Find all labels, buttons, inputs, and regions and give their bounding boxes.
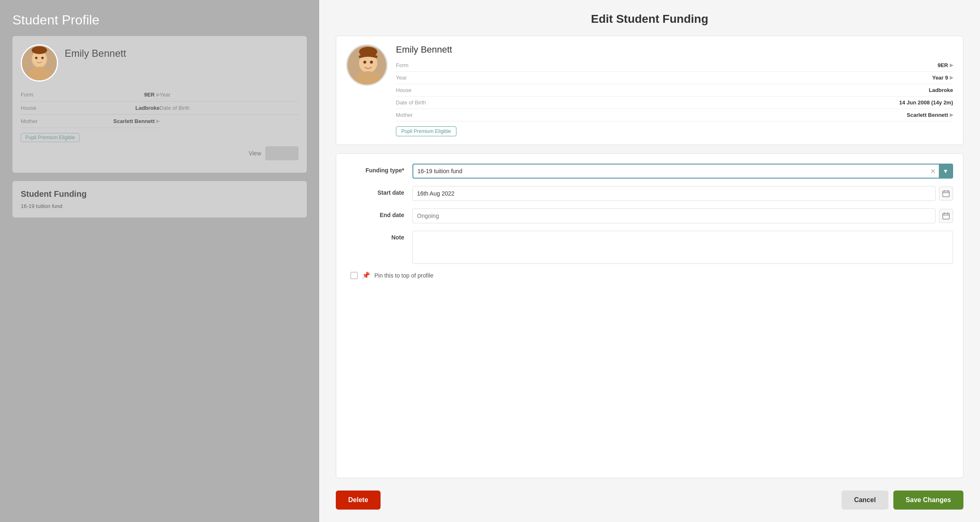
end-date-row: End date xyxy=(346,208,953,223)
svg-point-4 xyxy=(35,57,38,59)
note-label: Note xyxy=(346,231,412,241)
modal-student-name: Emily Bennett xyxy=(396,44,953,55)
student-card: Emily Bennett Form 9ER ▶ Year House Ladb… xyxy=(12,36,307,173)
funding-type-value: 16-19 tuition fund xyxy=(413,168,927,174)
start-date-control xyxy=(412,186,953,201)
modal-label-form: Form xyxy=(396,62,408,68)
modal-title: Edit Student Funding xyxy=(336,12,963,26)
field-row-year-left: Year xyxy=(160,88,298,102)
note-control xyxy=(412,231,953,264)
start-date-label: Start date xyxy=(346,186,412,196)
pin-checkbox[interactable] xyxy=(350,272,358,279)
modal-value-form: 9ER ▶ xyxy=(938,62,953,68)
select-dropdown-icon[interactable]: ▼ xyxy=(939,164,952,178)
funding-section: Student Funding 16-19 tuition fund xyxy=(12,181,307,218)
field-value-form-left: 9ER ▶ xyxy=(144,92,160,98)
modal-student-card: Emily Bennett Form 9ER ▶ Year Year 9 ▶ H… xyxy=(336,36,963,145)
end-date-label: End date xyxy=(346,208,412,218)
svg-rect-13 xyxy=(943,191,949,197)
field-label-form-left: Form xyxy=(21,92,33,98)
funding-type-select[interactable]: 16-19 tuition fund ✕ ▼ xyxy=(412,164,953,179)
modal-value-year: Year 9 ▶ xyxy=(932,75,953,81)
field-label-dob-left: Date of Birth xyxy=(160,105,189,111)
funding-type-label: Funding type* xyxy=(346,164,412,174)
modal-label-house: House xyxy=(396,87,412,93)
modal-field-year: Year Year 9 ▶ xyxy=(396,72,953,84)
modal-panel: Edit Student Funding Emily Bennett Form … xyxy=(319,0,980,522)
start-date-row: Start date xyxy=(346,186,953,201)
pupil-premium-badge-left: Pupil Premium Eligible xyxy=(21,133,80,142)
note-textarea[interactable] xyxy=(412,231,953,264)
footer-right-buttons: Cancel Save Changes xyxy=(842,491,963,510)
pin-label: Pin this to top of profile xyxy=(374,272,433,279)
start-date-calendar-icon[interactable] xyxy=(939,186,953,201)
modal-avatar xyxy=(346,44,388,86)
left-panel: Student Profile Emily Bennett xyxy=(0,0,319,522)
end-date-calendar-icon[interactable] xyxy=(939,209,953,223)
view-link[interactable]: View xyxy=(249,150,261,157)
save-changes-button[interactable]: Save Changes xyxy=(893,491,963,510)
field-row-form-left: Form 9ER ▶ xyxy=(21,88,160,102)
modal-label-mother: Mother xyxy=(396,112,412,118)
cancel-button[interactable]: Cancel xyxy=(842,491,888,510)
delete-button[interactable]: Delete xyxy=(336,491,381,510)
modal-field-form: Form 9ER ▶ xyxy=(396,59,953,72)
modal-footer: Delete Cancel Save Changes xyxy=(336,486,963,510)
field-label-mother-left: Mother xyxy=(21,118,37,124)
form-section: Funding type* 16-19 tuition fund ✕ ▼ Sta… xyxy=(336,153,963,478)
end-date-control xyxy=(412,208,953,223)
start-date-input[interactable] xyxy=(412,186,936,201)
funding-section-title: Student Funding xyxy=(21,189,298,199)
modal-field-mother: Mother Scarlett Bennett ▶ xyxy=(396,109,953,121)
pin-row: 📌 Pin this to top of profile xyxy=(346,271,953,279)
pin-icon: 📌 xyxy=(362,271,370,279)
avatar xyxy=(21,44,58,82)
funding-item: 16-19 tuition fund xyxy=(21,203,298,209)
page-title: Student Profile xyxy=(12,12,307,28)
funding-type-control: 16-19 tuition fund ✕ ▼ xyxy=(412,164,953,179)
svg-point-5 xyxy=(41,57,44,59)
funding-type-row: Funding type* 16-19 tuition fund ✕ ▼ xyxy=(346,164,953,179)
modal-pupil-premium-badge: Pupil Premium Eligible xyxy=(396,126,456,136)
field-label-year-left: Year xyxy=(160,92,170,98)
svg-rect-17 xyxy=(943,213,949,219)
modal-value-mother: Scarlett Bennett ▶ xyxy=(907,112,953,118)
modal-label-year: Year xyxy=(396,75,407,81)
field-row-house-left: House Ladbroke xyxy=(21,102,160,115)
modal-field-dob: Date of Birth 14 Jun 2008 (14y 2m) xyxy=(396,97,953,109)
field-row-mother-left: Mother Scarlett Bennett ▶ xyxy=(21,115,160,128)
modal-value-dob: 14 Jun 2008 (14y 2m) xyxy=(899,99,953,106)
modal-student-info: Emily Bennett Form 9ER ▶ Year Year 9 ▶ H… xyxy=(396,44,953,136)
field-value-mother-left: Scarlett Bennett ▶ xyxy=(113,118,160,124)
field-label-house-left: House xyxy=(21,105,36,111)
modal-label-dob: Date of Birth xyxy=(396,99,426,106)
view-button[interactable] xyxy=(265,146,298,160)
svg-point-6 xyxy=(32,46,47,54)
modal-value-house: Ladbroke xyxy=(929,87,953,93)
svg-point-10 xyxy=(364,61,366,64)
modal-field-house: House Ladbroke xyxy=(396,84,953,97)
svg-point-11 xyxy=(370,61,373,64)
field-row-dob-left: Date of Birth xyxy=(160,102,298,115)
student-name-left: Emily Bennett xyxy=(65,44,126,59)
end-date-input[interactable] xyxy=(412,208,936,223)
select-clear-icon[interactable]: ✕ xyxy=(927,164,939,178)
field-value-house-left: Ladbroke xyxy=(135,105,160,111)
note-row: Note xyxy=(346,231,953,264)
